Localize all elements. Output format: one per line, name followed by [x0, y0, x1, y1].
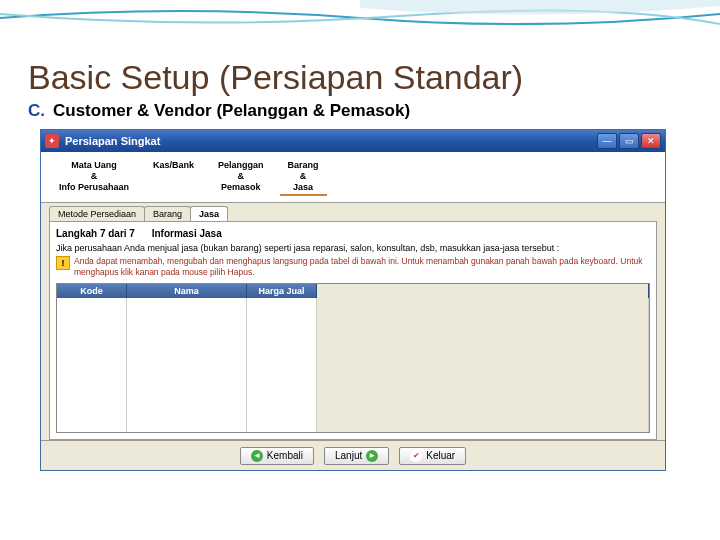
slide-title: Basic Setup (Persiapan Standar) — [28, 58, 692, 97]
grid-header: Kode Nama Harga Jual — [57, 284, 649, 298]
arrow-left-icon: ◄ — [251, 450, 263, 462]
warning-row: ! Anda dapat menambah, mengubah dan meng… — [56, 256, 650, 276]
close-button[interactable]: ✕ — [641, 133, 661, 149]
app-icon: ✦ — [45, 134, 59, 148]
step-customer-vendor[interactable]: Pelanggan&Pemasok — [210, 158, 272, 196]
step-currency[interactable]: Mata Uang&Info Perusahaan — [51, 158, 137, 196]
warning-text: Anda dapat menambah, mengubah dan mengha… — [74, 256, 650, 276]
wizard-steps: Mata Uang&Info Perusahaan Kas/Bank Pelan… — [41, 152, 665, 203]
titlebar: ✦ Persiapan Singkat — ▭ ✕ — [41, 130, 665, 152]
minimize-button[interactable]: — — [597, 133, 617, 149]
check-icon: ✔ — [410, 450, 422, 462]
tab-goods[interactable]: Barang — [144, 206, 191, 221]
grid-body[interactable] — [57, 298, 649, 432]
col-price[interactable]: Harga Jual — [247, 284, 317, 298]
step-items-services[interactable]: Barang&Jasa — [280, 158, 327, 196]
list-letter: C. — [28, 101, 45, 120]
step-counter: Langkah 7 dari 7 — [56, 228, 135, 239]
step-title: Informasi Jasa — [152, 228, 222, 239]
app-window: ✦ Persiapan Singkat — ▭ ✕ Mata Uang&Info… — [40, 129, 666, 471]
exit-button[interactable]: ✔ Keluar — [399, 447, 466, 465]
step-cashbank[interactable]: Kas/Bank — [145, 158, 202, 196]
next-button[interactable]: Lanjut ► — [324, 447, 389, 465]
data-grid[interactable]: Kode Nama Harga Jual — [56, 283, 650, 433]
subtabs: Metode Persediaan Barang Jasa — [41, 203, 665, 221]
tab-inventory-method[interactable]: Metode Persediaan — [49, 206, 145, 221]
maximize-button[interactable]: ▭ — [619, 133, 639, 149]
col-code[interactable]: Kode — [57, 284, 127, 298]
content-panel: Langkah 7 dari 7 Informasi Jasa Jika per… — [49, 221, 657, 440]
footer: ◄ Kembali Lanjut ► ✔ Keluar — [41, 440, 665, 470]
col-name[interactable]: Nama — [127, 284, 247, 298]
warning-icon: ! — [56, 256, 70, 270]
slide-subtitle: C.Customer & Vendor (Pelanggan & Pemasok… — [28, 101, 692, 121]
arrow-right-icon: ► — [366, 450, 378, 462]
window-title: Persiapan Singkat — [65, 135, 595, 147]
back-button[interactable]: ◄ Kembali — [240, 447, 314, 465]
step-description: Jika perusahaan Anda menjual jasa (bukan… — [56, 243, 650, 253]
tab-services[interactable]: Jasa — [190, 206, 228, 221]
